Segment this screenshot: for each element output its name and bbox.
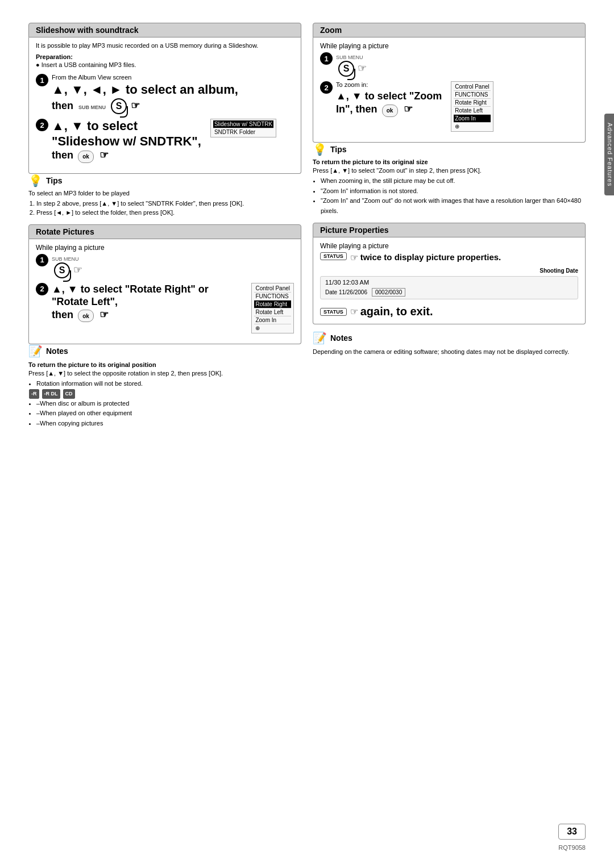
rotate-step2-circle: 2 [36, 283, 48, 295]
s-button-zoom[interactable]: S [338, 61, 354, 77]
ok-button-zoom[interactable]: ok [382, 105, 398, 117]
notes-rotate-text1: Press [▲, ▼] to select the opposite rota… [28, 370, 301, 377]
zoom-menu-functions: FUNCTIONS [454, 91, 491, 99]
page-number: 33 [558, 824, 586, 840]
tip-item-2: Press [◄, ►] to select the folder, then … [36, 208, 301, 218]
hand-cursor-zoom: ☞ [358, 62, 367, 74]
picture-props-instruction: twice to display picture properties. [360, 252, 501, 262]
zoom-step1: 1 SUB MENU S ☞ [320, 52, 578, 77]
rotate-title: Rotate Pictures [28, 224, 301, 239]
preparation-text: ● Insert a USB containing MP3 files. [36, 61, 294, 68]
zoom-title: Zoom [313, 23, 586, 37]
tips-zoom-box: 💡 Tips To return the picture to its orig… [313, 143, 586, 216]
hand-cursor-status2: ☞ [350, 306, 358, 317]
tips-zoom-bullet1: When zooming in, the still picture may b… [321, 176, 586, 186]
rotate-menu-extra: ⊕ [254, 324, 291, 332]
hand-cursor-rotate2: ☞ [99, 308, 109, 321]
rotate-section: Rotate Pictures While playing a picture … [28, 224, 301, 344]
zoom-sub-menu: SUB MENU [336, 55, 363, 60]
notes-picture-box: 📝 Notes Depending on the camera or editi… [313, 331, 586, 355]
zoom-menu-zoomin: Zoom In [454, 115, 491, 123]
tip-item-1: In step 2 above, press [▲, ▼] to select … [36, 199, 301, 208]
status-btn-1: STATUS [320, 252, 347, 260]
s-button-step1[interactable]: S [111, 98, 127, 114]
rotate-menu-right: Rotate Right [254, 301, 291, 308]
step1-then: then SUB MENU S ☞ [52, 98, 294, 114]
slideshow-intro: It is possible to play MP3 music recorde… [36, 42, 294, 49]
tips-slideshow-label: Tips [46, 176, 63, 185]
notes-rotate-label: Notes [46, 347, 68, 356]
s-button-rotate[interactable]: S [54, 262, 70, 278]
tips-slideshow-intro: To select an MP3 folder to be played [28, 190, 301, 197]
ok-button-rotate[interactable]: ok [78, 310, 94, 322]
notes-picture-icon: 📝 [313, 331, 327, 345]
notes-rotate-bold: To return the picture to its original po… [28, 361, 301, 368]
ok-button-step2[interactable]: ok [78, 151, 94, 163]
step2-option: "Slideshow w/ SNDTRK", [52, 134, 201, 149]
hand-cursor-rotate: ☞ [73, 264, 82, 276]
note-rotate-bullet1: Rotation information will not be stored. [36, 379, 301, 389]
advanced-features-tab: Advanced Features [604, 114, 614, 195]
step1-circle: 1 [36, 74, 48, 86]
picture-props-instruction2: again, to exit. [360, 305, 433, 318]
rotate-step2: 2 ▲, ▼ to select "Rotate Right" or "Rota… [36, 283, 294, 333]
zoom-menu-rotleft: Rotate Left [454, 107, 491, 115]
notes-rotate-list: Rotation information will not be stored.… [36, 379, 301, 429]
shooting-date-label: Shooting Date [540, 268, 578, 274]
zoom-step1-circle: 1 [320, 52, 333, 65]
zoom-menu-extra: ⊕ [454, 123, 491, 130]
rotate-menu: Control Panel FUNCTIONS Rotate Right Rot… [251, 283, 294, 333]
zoom-menu: Control Panel FUNCTIONS Rotate Right Rot… [451, 81, 493, 132]
rotate-sub-menu: SUB MENU [52, 256, 79, 262]
step1-label: From the Album View screen [52, 74, 294, 81]
hand-cursor-step1: ☞ [131, 99, 140, 112]
step2-then: then ok ☞ [52, 149, 201, 163]
slideshow-menu: Slideshow w/ SNDTRK SNDTRK Folder [210, 119, 276, 137]
tips-zoom-list: When zooming in, the still picture may b… [321, 176, 586, 216]
step2-circle: 2 [36, 119, 48, 131]
notes-picture-text: Depending on the camera or editing softw… [313, 348, 586, 355]
menu-item-sndtrk: SNDTRK Folder [213, 128, 273, 136]
hand-cursor-status1: ☞ [350, 252, 358, 263]
slideshow-title: Slideshow with soundtrack [28, 23, 301, 37]
sub-menu-label: SUB MENU [78, 105, 106, 110]
notes-picture-label: Notes [330, 333, 352, 343]
zoom-menu-control: Control Panel [454, 83, 491, 91]
picture-props-display: 11/30 12:03 AM Date 11/26/2006 0002/0030 [320, 276, 578, 299]
tips-zoom-label: Tips [330, 145, 347, 154]
rotate-menu-zoomin: Zoom In [254, 316, 291, 324]
slideshow-section: Slideshow with soundtrack It is possible… [28, 23, 301, 174]
note-rotate-bullet3: –When played on other equipment [36, 408, 301, 419]
status-btn-2: STATUS [320, 308, 347, 316]
counter: 0002/0030 [372, 288, 405, 297]
note-rotate-bullet2: –When disc or album is protected [36, 399, 301, 409]
rotate-step1: 1 SUB MENU S ☞ [36, 254, 294, 278]
date-label: Date 11/26/2006 [325, 289, 367, 295]
doc-code: RQT9058 [558, 844, 586, 851]
picture-props-section: Picture Properties While playing a pictu… [313, 223, 586, 324]
zoom-to-zoom: To zoom in: [336, 81, 442, 88]
hand-cursor-zoom2: ☞ [404, 103, 413, 116]
slideshow-step1: 1 From the Album View screen ▲, ▼, ◄, ► … [36, 74, 294, 114]
date-display: 11/30 12:03 AM [325, 279, 573, 286]
step2-instruction: ▲, ▼ to select [52, 119, 201, 133]
rotate-menu-control: Control Panel [254, 285, 291, 293]
zoom-menu-rotright: Rotate Right [454, 99, 491, 107]
notes-rotate-box: 📝 Notes To return the picture to its ori… [28, 344, 301, 429]
tips-slideshow-box: 💡 Tips To select an MP3 folder to be pla… [28, 174, 301, 218]
notes-rotate-icon: 📝 [28, 344, 43, 358]
hand-cursor-step2: ☞ [99, 149, 109, 161]
note-rotate-disc-badges: -R -R DL CD [28, 389, 301, 399]
rotate-step1-circle: 1 [36, 254, 48, 266]
zoom-step2-instruction: ▲, ▼ to select "ZoomIn", then ok ☞ [336, 90, 442, 117]
zoom-step2: 2 To zoom in: ▲, ▼ to select "ZoomIn", t… [320, 81, 578, 132]
step1-instruction: ▲, ▼, ◄, ► to select an album, [52, 82, 294, 97]
picture-props-title: Picture Properties [313, 223, 586, 237]
badge-r: -R [29, 389, 39, 398]
tips-zoom-bullet3: "Zoom In" and "Zoom out" do not work wit… [321, 196, 586, 216]
tips-slideshow-icon: 💡 [28, 174, 43, 187]
zoom-while-playing: While playing a picture [320, 42, 578, 50]
rotate-while-playing: While playing a picture [36, 244, 294, 252]
note-rotate-bullet4: –When copying pictures [36, 419, 301, 429]
rotate-step2-then: then ok ☞ [52, 308, 242, 323]
